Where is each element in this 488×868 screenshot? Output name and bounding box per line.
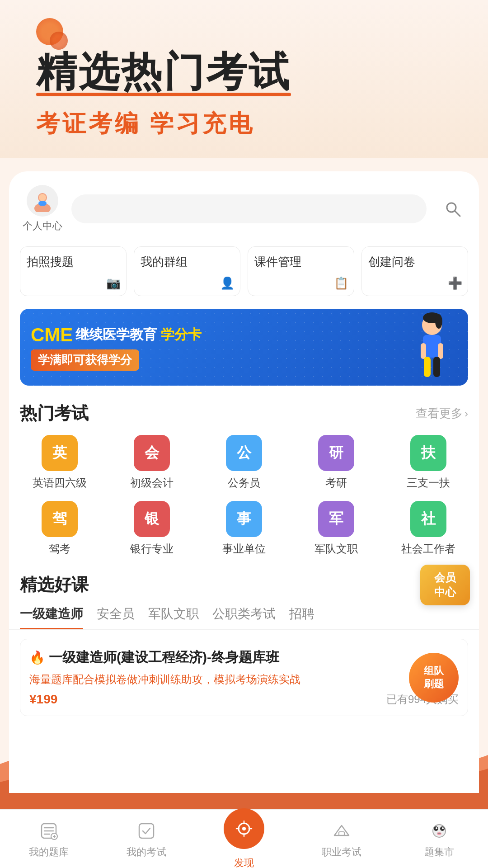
exam-item[interactable]: 会 初级会计: [106, 429, 198, 495]
question-market-icon: [427, 819, 451, 843]
svg-point-29: [433, 825, 446, 837]
avatar-wrap[interactable]: 个人中心: [23, 185, 62, 233]
exam-item[interactable]: 研 考研: [290, 429, 382, 495]
exam-item[interactable]: 社 社会工作者: [382, 495, 474, 561]
exam-icon: 驾: [42, 501, 78, 537]
course-tab[interactable]: 军队文职: [148, 605, 199, 629]
exam-icon: 银: [134, 501, 170, 537]
nav-discover-label: 发现: [234, 856, 254, 868]
exam-name: 事业单位: [222, 542, 266, 556]
svg-rect-11: [433, 357, 440, 377]
quick-action-group[interactable]: 我的群组 👤: [134, 246, 240, 296]
banner-title: CME 继续医学教育 学分卡: [31, 324, 202, 346]
exam-icon: 社: [410, 501, 446, 537]
course-tabs: 一级建造师安全员军队文职公职类考试招聘: [9, 601, 479, 630]
hot-exams-more[interactable]: 查看更多 ›: [416, 406, 468, 421]
photo-icon: 📷: [105, 275, 122, 291]
course-card-title: 🔥 一级建造师(建设工程经济)-终身题库班: [29, 648, 459, 667]
quick-action-create[interactable]: 创建问卷 ➕: [361, 246, 468, 296]
banner-figure: [396, 311, 459, 386]
fire-icon: 🔥: [29, 650, 45, 665]
course-price: ¥199: [29, 692, 57, 707]
app-card: 个人中心 拍照搜题 📷 我的群组 👤 课件管理 📋 创建问卷 ➕: [9, 171, 479, 793]
nav-my-questions-label: 我的题库: [29, 845, 69, 859]
exam-item[interactable]: 军 军队文职: [290, 495, 382, 561]
banner-cme: CME: [31, 324, 73, 346]
exam-item[interactable]: 公 公务员: [198, 429, 290, 495]
create-icon: ➕: [447, 275, 463, 291]
exam-icon: 英: [42, 435, 78, 471]
nav-question-market-label: 题集市: [424, 845, 454, 859]
exam-name: 初级会计: [130, 476, 174, 490]
course-tab[interactable]: 安全员: [97, 605, 135, 629]
hero-section: 精选热门考试 考证考编 学习充电: [0, 0, 488, 158]
exam-icon: 军: [318, 501, 354, 537]
avatar: [27, 185, 58, 217]
svg-rect-9: [438, 343, 443, 359]
cme-banner[interactable]: CME 继续医学教育 学分卡 学满即可获得学分: [20, 309, 468, 386]
featured-courses-header: 精选好课: [9, 566, 479, 601]
exam-icon: 扶: [410, 435, 446, 471]
hero-subtitle: 考证考编 学习充电: [36, 108, 461, 140]
course-card-bottom: ¥199 已有994人购买: [29, 692, 459, 707]
courseware-icon: 📋: [333, 275, 349, 291]
course-tab[interactable]: 一级建造师: [20, 605, 83, 629]
svg-point-13: [435, 314, 442, 329]
exam-icon: 会: [134, 435, 170, 471]
course-tab[interactable]: 公职类考试: [212, 605, 276, 629]
hero-title: 精选热门考试: [36, 50, 461, 94]
svg-point-32: [436, 827, 437, 829]
exam-item[interactable]: 事 事业单位: [198, 495, 290, 561]
chevron-right-icon: ›: [465, 407, 468, 420]
svg-rect-10: [424, 357, 431, 377]
my-questions-icon: [37, 819, 61, 843]
course-tab[interactable]: 招聘: [289, 605, 314, 629]
quick-actions: 拍照搜题 📷 我的群组 👤 课件管理 📋 创建问卷 ➕: [9, 242, 479, 305]
app-header: 个人中心: [9, 171, 479, 242]
banner-badge: 学满即可获得学分: [31, 349, 139, 371]
exam-item[interactable]: 扶 三支一扶: [382, 429, 474, 495]
nav-career-exams-label: 职业考试: [322, 845, 361, 859]
search-bar[interactable]: [71, 194, 427, 223]
nav-my-questions[interactable]: 我的题库: [15, 819, 83, 859]
avatar-label: 个人中心: [23, 219, 62, 233]
hero-decoration2: [50, 32, 68, 50]
exam-grid: 英 英语四六级 会 初级会计 公 公务员 研 考研 扶 三支一扶 驾 驾考 银 …: [9, 429, 479, 561]
banner-content: CME 继续医学教育 学分卡 学满即可获得学分: [20, 315, 212, 380]
team-badge: 组队 刷题: [409, 653, 459, 703]
svg-point-33: [442, 827, 444, 829]
hot-exams-title: 热门考试: [20, 402, 89, 425]
exam-item[interactable]: 英 英语四六级: [14, 429, 106, 495]
nav-my-exams-label: 我的考试: [127, 845, 166, 859]
featured-courses: 精选好课 一级建造师安全员军队文职公职类考试招聘 🔥 一级建造师(建设工程经济)…: [9, 561, 479, 716]
exam-icon: 公: [226, 435, 262, 471]
nav-my-exams[interactable]: 我的考试: [113, 819, 180, 859]
svg-rect-3: [38, 201, 47, 206]
featured-courses-title: 精选好课: [20, 573, 89, 596]
exam-item[interactable]: 驾 驾考: [14, 495, 106, 561]
svg-rect-21: [139, 824, 154, 838]
quick-action-photo[interactable]: 拍照搜题 📷: [20, 246, 127, 296]
my-exams-icon: [135, 819, 158, 843]
nav-discover[interactable]: 发现: [210, 808, 278, 868]
exam-name: 银行专业: [130, 542, 174, 556]
vip-badge[interactable]: 会员 中心: [420, 565, 470, 605]
discover-circle: [224, 808, 264, 849]
course-card[interactable]: 🔥 一级建造师(建设工程经济)-终身题库班 海量题库配合模拟卷做冲刺训练助攻，模…: [20, 639, 468, 716]
exam-icon: 事: [226, 501, 262, 537]
exam-name: 驾考: [49, 542, 70, 556]
exam-name: 考研: [325, 476, 347, 490]
quick-action-courseware[interactable]: 课件管理 📋: [248, 246, 354, 296]
banner-chinese: 继续医学教育 学分卡: [75, 326, 201, 344]
career-exams-icon: [330, 819, 353, 843]
search-icon-btn[interactable]: [440, 196, 465, 222]
exam-item[interactable]: 银 银行专业: [106, 495, 198, 561]
exam-name: 公务员: [228, 476, 260, 490]
exam-name: 社会工作者: [401, 542, 455, 556]
nav-question-market[interactable]: 题集市: [405, 819, 473, 859]
nav-career-exams[interactable]: 职业考试: [308, 819, 375, 859]
course-card-desc: 海量题库配合模拟卷做冲刺训练助攻，模拟考场演练实战: [29, 671, 459, 688]
exam-icon: 研: [318, 435, 354, 471]
bottom-nav: 我的题库 我的考试 发现: [0, 809, 488, 868]
exam-name: 军队文职: [314, 542, 358, 556]
